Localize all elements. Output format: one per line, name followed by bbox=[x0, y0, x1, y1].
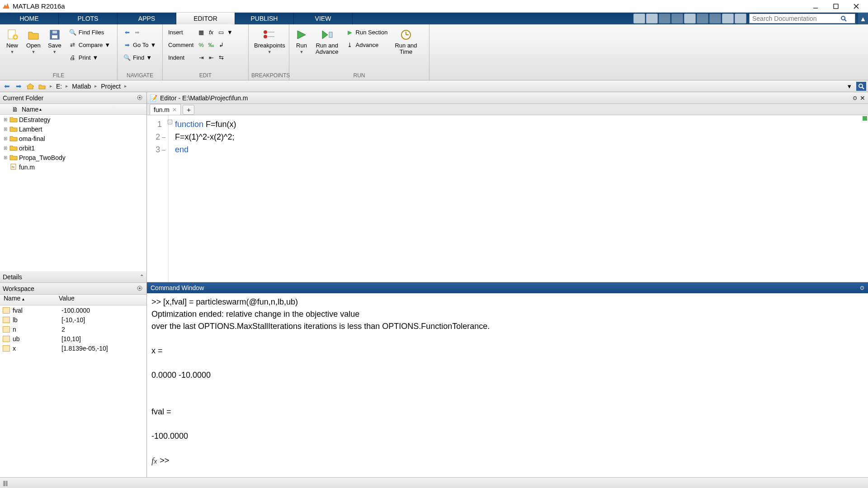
print-button[interactable]: 🖨Print▼ bbox=[66, 52, 113, 63]
var-value: 2 bbox=[61, 326, 65, 333]
folder-item[interactable]: ⊞Lambert bbox=[0, 124, 146, 134]
tab-editor[interactable]: EDITOR bbox=[176, 13, 235, 24]
folder-icon bbox=[9, 135, 18, 142]
qa-switch-icon[interactable] bbox=[722, 14, 734, 23]
close-tab-icon[interactable]: ✕ bbox=[172, 107, 177, 113]
find-files-button[interactable]: 🔍Find Files bbox=[66, 26, 113, 38]
qa-copy-icon[interactable] bbox=[671, 14, 683, 23]
workspace-row[interactable]: fval-100.0000 bbox=[0, 305, 146, 315]
breakpoints-icon bbox=[263, 28, 276, 42]
folder-item[interactable]: ⊞orbit1 bbox=[0, 143, 146, 153]
add-tab-button[interactable]: ＋ bbox=[183, 105, 194, 115]
breakpoints-button[interactable]: Breakpoints▼ bbox=[251, 26, 288, 71]
expand-plus-icon[interactable]: ⊞ bbox=[3, 127, 8, 131]
indent-button[interactable]: Indent⇥⇤⇆ bbox=[165, 52, 245, 63]
command-window-header[interactable]: Command Window ⊙ bbox=[147, 282, 868, 293]
search-icon[interactable] bbox=[840, 15, 849, 22]
qa-help-icon[interactable] bbox=[735, 14, 746, 23]
command-output-line bbox=[151, 381, 863, 394]
addr-dropdown-icon[interactable]: ▾ bbox=[844, 82, 854, 91]
advance-icon: ⤓ bbox=[346, 41, 354, 49]
nav-back-forward[interactable]: ⬅➡ bbox=[120, 26, 160, 38]
close-button[interactable] bbox=[846, 0, 866, 13]
folder-column-header[interactable]: 🗎 Name ▴ bbox=[0, 104, 146, 115]
advance-button[interactable]: ⤓Advance bbox=[343, 39, 391, 51]
run-advance-button[interactable]: Run and Advance bbox=[313, 26, 341, 71]
svg-point-28 bbox=[139, 287, 141, 289]
file-tab-funm[interactable]: fun.m ✕ bbox=[150, 104, 181, 115]
file-list[interactable]: ⊞DEstrategy⊞Lambert⊞oma-final⊞orbit1⊞Pro… bbox=[0, 115, 146, 271]
folder-item[interactable]: ⊞oma-final bbox=[0, 134, 146, 143]
crumb-1[interactable]: Matlab bbox=[71, 83, 92, 90]
workspace-row[interactable]: x[1.8139e-05,-10] bbox=[0, 343, 146, 353]
matlab-logo-icon bbox=[2, 2, 10, 10]
panel-actions-icon[interactable]: ⊙ bbox=[860, 285, 864, 291]
compare-button[interactable]: ⇄Compare▼ bbox=[66, 39, 113, 51]
addr-forward-icon[interactable]: ➡ bbox=[14, 82, 24, 91]
expand-plus-icon[interactable]: ⊞ bbox=[3, 136, 8, 141]
chevron-up-icon[interactable]: ⌃ bbox=[140, 274, 144, 280]
tab-view[interactable]: VIEW bbox=[294, 13, 353, 24]
fold-minus-icon[interactable]: − bbox=[168, 120, 172, 124]
editor-content[interactable]: − function F=fun(x)F=x(1)^2-x(2)^2;end bbox=[169, 115, 236, 282]
svg-point-4 bbox=[841, 16, 845, 20]
workspace-header[interactable]: Workspace bbox=[0, 283, 146, 295]
crumb-2[interactable]: Project bbox=[100, 83, 122, 90]
qa-save-icon[interactable] bbox=[646, 14, 658, 23]
run-section-button[interactable]: ▶Run Section bbox=[343, 26, 391, 38]
maximize-button[interactable] bbox=[826, 0, 846, 13]
command-window[interactable]: >> [x,fval] = particleswarm(@fun,n,lb,ub… bbox=[147, 293, 868, 477]
addr-back-icon[interactable]: ⬅ bbox=[2, 82, 12, 91]
gear-icon[interactable] bbox=[137, 285, 144, 292]
editor-header[interactable]: 📝 Editor - E:\Matlab\Project\fun.m ⊙ ✕ bbox=[147, 92, 868, 104]
ribbon-minimize-icon[interactable]: ▲ bbox=[858, 13, 868, 24]
insert-button[interactable]: Insert▦fx▭▼ bbox=[165, 26, 245, 38]
var-name: fval bbox=[13, 307, 61, 314]
run-time-button[interactable]: Run and Time bbox=[392, 26, 420, 71]
goto-icon: ➡ bbox=[123, 41, 131, 49]
tab-apps[interactable]: APPS bbox=[118, 13, 176, 24]
goto-button[interactable]: ➡Go To▼ bbox=[120, 39, 160, 51]
command-prompt[interactable]: fx>> bbox=[151, 455, 863, 468]
minimize-button[interactable] bbox=[805, 0, 826, 13]
find-button[interactable]: 🔍Find▼ bbox=[120, 52, 160, 63]
qa-undo-icon[interactable] bbox=[697, 14, 708, 23]
qa-paste-icon[interactable] bbox=[684, 14, 696, 23]
crumb-drive[interactable]: E: bbox=[55, 83, 63, 90]
expand-plus-icon[interactable]: ⊞ bbox=[3, 155, 8, 160]
panel-actions-icon[interactable]: ⊙ bbox=[853, 95, 857, 101]
workspace-row[interactable]: n2 bbox=[0, 324, 146, 334]
workspace-list[interactable]: fval-100.0000lb[-10,-10]n2ub[10,10]x[1.8… bbox=[0, 305, 146, 477]
tab-publish[interactable]: PUBLISH bbox=[235, 13, 294, 24]
folder-item[interactable]: fxfun.m bbox=[0, 162, 146, 172]
search-documentation[interactable] bbox=[749, 14, 855, 23]
expand-plus-icon[interactable]: ⊞ bbox=[3, 117, 8, 122]
folder-item[interactable]: ⊞DEstrategy bbox=[0, 115, 146, 124]
new-button[interactable]: New▼ bbox=[3, 26, 22, 71]
addr-search-icon[interactable] bbox=[856, 82, 866, 91]
tab-plots[interactable]: PLOTS bbox=[59, 13, 118, 24]
code-editor[interactable]: 1 2–3– − function F=fun(x)F=x(1)^2-x(2)^… bbox=[147, 115, 868, 282]
current-folder-header[interactable]: Current Folder bbox=[0, 92, 146, 104]
expand-plus-icon[interactable]: ⊞ bbox=[3, 145, 8, 150]
addr-browse-icon[interactable] bbox=[37, 82, 47, 91]
run-button[interactable]: Run▼ bbox=[292, 26, 311, 71]
addr-up-icon[interactable] bbox=[25, 82, 35, 91]
qa-icon-1[interactable] bbox=[633, 14, 645, 23]
variable-icon bbox=[3, 326, 10, 333]
tab-home[interactable]: HOME bbox=[0, 13, 59, 24]
gear-icon[interactable] bbox=[137, 94, 144, 102]
indent-in-icon: ⇥ bbox=[197, 53, 205, 61]
qa-redo-icon[interactable] bbox=[709, 14, 721, 23]
qa-cut-icon[interactable] bbox=[659, 14, 670, 23]
panel-close-icon[interactable]: ✕ bbox=[860, 94, 865, 102]
open-button[interactable]: Open▼ bbox=[24, 26, 43, 71]
workspace-row[interactable]: lb[-10,-10] bbox=[0, 315, 146, 324]
save-button[interactable]: Save▼ bbox=[45, 26, 64, 71]
folder-item[interactable]: ⊞Propa_TwoBody bbox=[0, 153, 146, 162]
search-documentation-input[interactable] bbox=[750, 15, 840, 22]
workspace-column-header[interactable]: Name ▴ Value bbox=[0, 295, 146, 305]
details-header[interactable]: Details ⌃ bbox=[0, 271, 146, 283]
workspace-row[interactable]: ub[10,10] bbox=[0, 334, 146, 343]
comment-button[interactable]: Comment%‰↲ bbox=[165, 39, 245, 51]
